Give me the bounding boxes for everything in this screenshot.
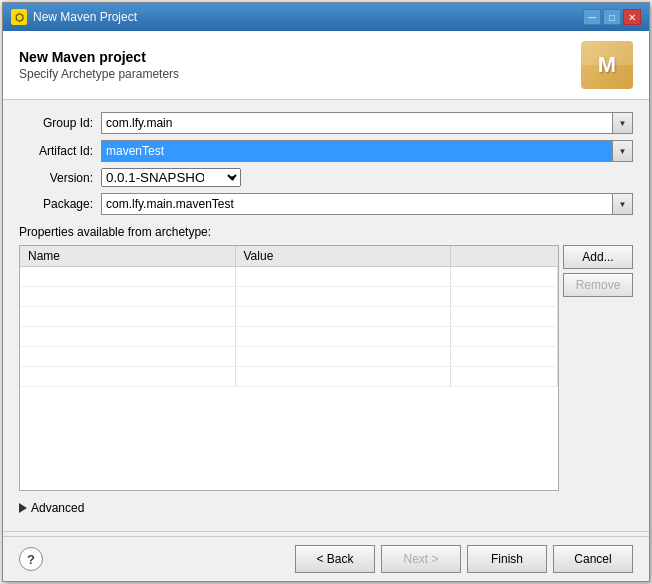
table-row [20,367,558,387]
content-area: Group Id: ▼ Artifact Id: ▼ Version: 0.0.… [3,100,649,527]
add-button[interactable]: Add... [563,245,633,269]
package-dropdown-arrow[interactable]: ▼ [613,193,633,215]
advanced-expand-icon [19,503,27,513]
header-text: New Maven project Specify Archetype para… [19,49,179,81]
maximize-button[interactable]: □ [603,9,621,25]
version-select[interactable]: 0.0.1-SNAPSHOT [101,168,241,187]
finish-button[interactable]: Finish [467,545,547,573]
separator [3,531,649,532]
back-button[interactable]: < Back [295,545,375,573]
group-id-dropdown-arrow[interactable]: ▼ [613,112,633,134]
table-row [20,327,558,347]
title-bar-left: ⬡ New Maven Project [11,9,137,25]
group-id-combo: ▼ [101,112,633,134]
close-button[interactable]: ✕ [623,9,641,25]
package-combo: ▼ [101,193,633,215]
col-name-header: Name [20,246,235,267]
table-row [20,287,558,307]
properties-table: Name Value [20,246,558,387]
minimize-button[interactable]: ─ [583,9,601,25]
title-bar: ⬡ New Maven Project ─ □ ✕ [3,3,649,31]
package-label: Package: [19,197,93,211]
advanced-label: Advanced [31,501,84,515]
advanced-row[interactable]: Advanced [19,501,633,515]
title-controls: ─ □ ✕ [583,9,641,25]
header-subtitle: Specify Archetype parameters [19,67,179,81]
col-extra-header [450,246,558,267]
maven-logo: M [581,41,633,89]
table-row [20,307,558,327]
artifact-id-row: Artifact Id: ▼ [19,140,633,162]
header-title: New Maven project [19,49,179,65]
dialog-window: ⬡ New Maven Project ─ □ ✕ New Maven proj… [2,2,650,582]
table-row [20,267,558,287]
package-input[interactable] [101,193,613,215]
group-id-input[interactable] [101,112,613,134]
artifact-id-label: Artifact Id: [19,144,93,158]
table-buttons: Add... Remove [563,245,633,491]
col-value-header: Value [235,246,450,267]
properties-table-wrapper: Name Value [19,245,559,491]
artifact-id-dropdown-arrow[interactable]: ▼ [613,140,633,162]
artifact-id-input[interactable] [101,140,613,162]
properties-table-container: Name Value [19,245,633,491]
table-row [20,347,558,367]
next-button[interactable]: Next > [381,545,461,573]
dialog-icon: ⬡ [11,9,27,25]
version-row: Version: 0.0.1-SNAPSHOT [19,168,633,187]
header-icon: M [581,41,633,89]
version-select-wrapper: 0.0.1-SNAPSHOT [101,168,241,187]
properties-label: Properties available from archetype: [19,225,633,239]
cancel-button[interactable]: Cancel [553,545,633,573]
group-id-row: Group Id: ▼ [19,112,633,134]
nav-buttons: < Back Next > Finish Cancel [295,545,633,573]
header-section: New Maven project Specify Archetype para… [3,31,649,100]
version-label: Version: [19,171,93,185]
title-text: New Maven Project [33,10,137,24]
help-button[interactable]: ? [19,547,43,571]
artifact-id-combo: ▼ [101,140,633,162]
group-id-label: Group Id: [19,116,93,130]
button-bar: ? < Back Next > Finish Cancel [3,536,649,581]
remove-button[interactable]: Remove [563,273,633,297]
package-row: Package: ▼ [19,193,633,215]
